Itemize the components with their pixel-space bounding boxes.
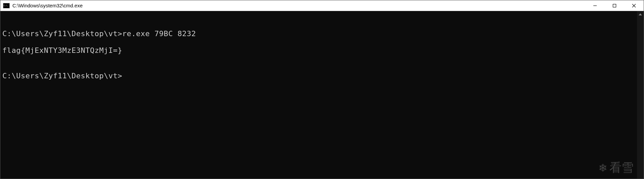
maximize-button[interactable] xyxy=(605,0,624,11)
chevron-up-icon xyxy=(639,13,642,15)
svg-rect-1 xyxy=(613,4,616,7)
terminal-line: flag{MjExNTY3MzE3NTQzMjI=} xyxy=(2,46,635,55)
terminal-area: C:\Users\Zyf11\Desktop\vt>re.exe 79BC 82… xyxy=(0,11,644,179)
minimize-button[interactable] xyxy=(585,0,605,11)
maximize-icon xyxy=(612,4,616,8)
window-controls xyxy=(585,0,644,11)
scrollbar-up-button[interactable] xyxy=(637,11,644,18)
terminal-content[interactable]: C:\Users\Zyf11\Desktop\vt>re.exe 79BC 82… xyxy=(0,11,637,179)
cmd-window: C:\ C:\Windows\system32\cmd.exe xyxy=(0,0,644,179)
close-button[interactable] xyxy=(624,0,644,11)
terminal-line: C:\Users\Zyf11\Desktop\vt>re.exe 79BC 82… xyxy=(2,29,635,38)
close-icon xyxy=(632,4,636,8)
app-icon: C:\ xyxy=(3,3,10,8)
window-title: C:\Windows\system32\cmd.exe xyxy=(12,3,585,8)
terminal-line: C:\Users\Zyf11\Desktop\vt> xyxy=(2,72,635,80)
app-icon-text: C:\ xyxy=(3,4,7,7)
vertical-scrollbar[interactable] xyxy=(637,11,644,179)
watermark: ❄ 看雪 xyxy=(598,160,634,176)
minimize-icon xyxy=(593,4,597,8)
snowflake-icon: ❄ xyxy=(598,162,607,174)
watermark-text: 看雪 xyxy=(609,160,634,176)
titlebar[interactable]: C:\ C:\Windows\system32\cmd.exe xyxy=(0,0,644,11)
